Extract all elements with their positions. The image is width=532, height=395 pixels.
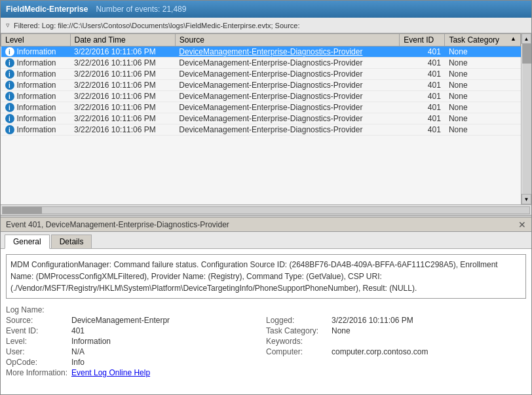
event-content: MDM ConfigurationManager: Command failur…	[1, 249, 531, 394]
cell-source: DeviceManagement-Enterprise-Diagnostics-…	[175, 124, 399, 136]
meta-logname-label: Log Name:	[6, 305, 78, 314]
scroll-track[interactable]	[522, 44, 531, 194]
cell-taskcategory: None	[445, 102, 521, 113]
scroll-down-button[interactable]: ▼	[522, 194, 531, 204]
tabs-bar: General Details	[1, 232, 531, 249]
cell-taskcategory: None	[445, 47, 521, 58]
table-row[interactable]: iInformation3/22/2016 10:11:06 PMDeviceM…	[1, 47, 521, 58]
vertical-scrollbar[interactable]: ▲ ▼	[521, 33, 531, 204]
cell-eventid: 401	[400, 91, 445, 102]
cell-eventid: 401	[400, 124, 445, 136]
source-text: DeviceManagement-Enterprise-Diagnostics-…	[179, 69, 362, 79]
source-text: DeviceManagement-Enterprise-Diagnostics-…	[179, 58, 362, 67]
meta-opcode-row: OpCode: Info	[6, 358, 266, 367]
meta-user-row: User: N/A	[6, 347, 266, 356]
cell-eventid: 401	[400, 69, 445, 80]
cell-source: DeviceManagement-Enterprise-Diagnostics-…	[175, 47, 399, 58]
level-text: Information	[17, 92, 56, 101]
cell-datetime: 3/22/2016 10:11:06 PM	[70, 69, 175, 80]
col-source[interactable]: Source	[175, 34, 399, 47]
top-pane: Level Date and Time Source Event ID Task…	[1, 33, 531, 215]
tab-details[interactable]: Details	[51, 235, 92, 248]
cell-datetime: 3/22/2016 10:11:06 PM	[70, 113, 175, 124]
cell-taskcategory: None	[445, 113, 521, 124]
h-scroll-track[interactable]	[2, 206, 530, 214]
level-text: Information	[17, 125, 56, 134]
table-area: Level Date and Time Source Event ID Task…	[1, 33, 531, 204]
table-row[interactable]: iInformation3/22/2016 10:11:06 PMDeviceM…	[1, 80, 521, 91]
meta-eventid-value: 401	[71, 326, 85, 335]
cell-taskcategory: None	[445, 80, 521, 91]
cell-datetime: 3/22/2016 10:11:06 PM	[70, 102, 175, 113]
meta-taskcategory-row: Task Category: None	[266, 326, 526, 335]
cell-eventid: 401	[400, 58, 445, 69]
cell-datetime: 3/22/2016 10:11:06 PM	[70, 47, 175, 58]
cell-level: iInformation	[1, 102, 71, 113]
info-icon: i	[5, 81, 14, 90]
info-icon: i	[5, 58, 14, 67]
meta-eventid-row: Event ID: 401	[6, 326, 266, 335]
cell-source: DeviceManagement-Enterprise-Diagnostics-…	[175, 91, 399, 102]
col-taskcategory[interactable]: Task Category ▲	[445, 34, 521, 47]
event-detail-title: Event 401, DeviceManagement-Enterprise-D…	[6, 220, 229, 229]
table-row[interactable]: iInformation3/22/2016 10:11:06 PMDeviceM…	[1, 58, 521, 69]
info-icon: i	[5, 114, 14, 123]
scroll-up-button[interactable]: ▲	[522, 33, 531, 44]
table-row[interactable]: iInformation3/22/2016 10:11:06 PMDeviceM…	[1, 91, 521, 102]
close-detail-button[interactable]: ✕	[518, 220, 526, 229]
col-eventid[interactable]: Event ID	[400, 34, 445, 47]
col-level[interactable]: Level	[1, 34, 71, 47]
event-detail-header: Event 401, DeviceManagement-Enterprise-D…	[1, 217, 531, 232]
filter-bar: ▿ Filtered: Log: file://C:\Users\Contoso…	[1, 18, 531, 33]
bottom-pane: Event 401, DeviceManagement-Enterprise-D…	[1, 217, 531, 394]
level-text: Information	[17, 114, 56, 123]
level-text: Information	[17, 103, 56, 112]
cell-level: iInformation	[1, 113, 71, 124]
cell-eventid: 401	[400, 102, 445, 113]
meta-left-col: Source: DeviceManagement-Enterpr Event I…	[6, 316, 266, 379]
source-text: DeviceManagement-Enterprise-Diagnostics-…	[179, 114, 362, 123]
scroll-thumb[interactable]	[522, 44, 531, 64]
cell-level: iInformation	[1, 91, 71, 102]
cell-level: iInformation	[1, 69, 71, 80]
meta-taskcategory-value: None	[332, 326, 351, 335]
table-row[interactable]: iInformation3/22/2016 10:11:06 PMDeviceM…	[1, 102, 521, 113]
meta-level-label: Level:	[6, 337, 71, 346]
event-count: Number of events: 21,489	[96, 5, 186, 14]
table-row[interactable]: iInformation3/22/2016 10:11:06 PMDeviceM…	[1, 69, 521, 80]
info-icon: i	[5, 125, 14, 134]
meta-source-value: DeviceManagement-Enterpr	[71, 316, 170, 325]
table-scroll[interactable]: Level Date and Time Source Event ID Task…	[1, 33, 521, 204]
meta-opcode-value: Info	[71, 358, 85, 367]
cell-source: DeviceManagement-Enterprise-Diagnostics-…	[175, 69, 399, 80]
h-scroll-thumb[interactable]	[3, 207, 42, 214]
meta-computer-row: Computer: computer.corp.contoso.com	[266, 347, 526, 356]
meta-moreinfo-label: More Information:	[6, 368, 71, 377]
cell-datetime: 3/22/2016 10:11:06 PM	[70, 80, 175, 91]
cell-taskcategory: None	[445, 58, 521, 69]
horizontal-scrollbar-row[interactable]	[1, 204, 531, 215]
meta-logname-row: Log Name:	[6, 305, 526, 314]
level-text: Information	[17, 69, 56, 79]
meta-keywords-row: Keywords:	[266, 337, 526, 346]
col-datetime[interactable]: Date and Time	[70, 34, 175, 47]
cell-eventid: 401	[400, 47, 445, 58]
meta-level-row: Level: Information	[6, 337, 266, 346]
filter-text: Filtered: Log: file://C:\Users\Contoso\D…	[14, 22, 300, 29]
source-text: DeviceManagement-Enterprise-Diagnostics-…	[179, 103, 362, 112]
table-row[interactable]: iInformation3/22/2016 10:11:06 PMDeviceM…	[1, 113, 521, 124]
tab-general[interactable]: General	[5, 235, 50, 249]
cell-level: iInformation	[1, 47, 71, 58]
meta-keywords-label: Keywords:	[266, 337, 332, 346]
info-icon: i	[5, 69, 14, 79]
meta-source-row: Source: DeviceManagement-Enterpr	[6, 316, 266, 325]
cell-eventid: 401	[400, 113, 445, 124]
table-row[interactable]: iInformation3/22/2016 10:11:06 PMDeviceM…	[1, 124, 521, 136]
cell-datetime: 3/22/2016 10:11:06 PM	[70, 58, 175, 69]
event-description: MDM ConfigurationManager: Command failur…	[6, 254, 526, 299]
event-log-online-help-link[interactable]: Event Log Online Help	[71, 368, 150, 377]
event-meta: Log Name: Source: DeviceManagement-Enter…	[6, 305, 526, 379]
meta-level-value: Information	[71, 337, 111, 346]
info-icon: i	[5, 103, 14, 112]
cell-source: DeviceManagement-Enterprise-Diagnostics-…	[175, 58, 399, 69]
